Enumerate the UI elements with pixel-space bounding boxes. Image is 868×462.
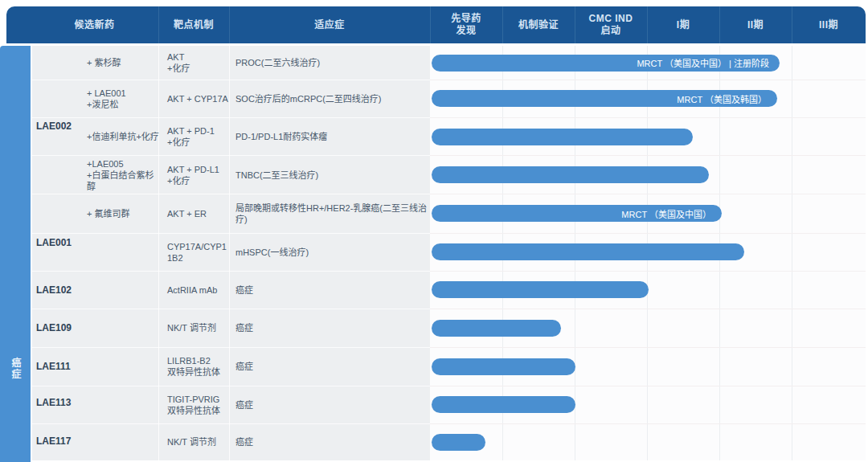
- program-label-lae109: LAE109: [36, 321, 86, 334]
- header-cell-validation: 机制验证: [502, 6, 575, 43]
- indication-cell: mHSPC(一线治疗): [235, 233, 428, 271]
- header-cell-phase3: III期: [792, 6, 866, 43]
- program-label-lae002: LAE002: [36, 120, 86, 133]
- progress-bar: MRCT （美国及中国）: [432, 205, 722, 222]
- target-cell: LILRB1-B2 双特异性抗体: [167, 347, 228, 386]
- bar-band: [432, 155, 866, 194]
- progress-bar: [432, 434, 485, 451]
- header-divider: [158, 6, 159, 43]
- bar-band: [432, 117, 866, 156]
- progress-bar: [432, 320, 561, 337]
- header-cell-target: 靶点机制: [158, 6, 229, 43]
- target-cell: AKT + PD-L1 +化疗: [167, 155, 228, 194]
- indication-cell: 癌症: [235, 271, 428, 309]
- bar-band: [432, 271, 866, 309]
- target-cell: AKT + CYP17A: [167, 80, 228, 117]
- bar-band: MRCT （美国及中国） | 注册阶段: [432, 46, 866, 80]
- header-divider: [719, 6, 720, 43]
- header-cell-lead-discovery: 先导药 发现: [430, 6, 502, 43]
- indication-cell: 癌症: [235, 386, 428, 423]
- bar-label: MRCT （美国及韩国）: [677, 92, 767, 105]
- program-label-lae111: LAE111: [36, 360, 86, 373]
- bar-band: [432, 233, 866, 271]
- bar-label: MRCT （美国及中国）: [621, 207, 711, 220]
- progress-bar: [432, 243, 744, 260]
- bar-band: MRCT （美国及中国）: [432, 194, 866, 233]
- indication-cell: SOC治疗后的mCRPC(二至四线治疗): [235, 80, 428, 117]
- target-cell: NK/T 调节剂: [167, 309, 228, 347]
- header-cell-phase2: II期: [719, 6, 792, 43]
- target-cell: AKT +化疗: [167, 46, 228, 80]
- progress-bar: [432, 396, 575, 413]
- header-cell-cmc-ind: CMC IND 启动: [575, 6, 647, 43]
- indication-cell: 癌症: [235, 347, 428, 386]
- target-cell: AKT + ER: [167, 194, 228, 233]
- header-divider: [792, 6, 792, 43]
- combo-cell: + 紫杉醇: [87, 46, 161, 80]
- header-divider: [647, 6, 648, 43]
- header-divider: [229, 6, 230, 43]
- program-label-lae117: LAE117: [36, 435, 86, 448]
- bar-band: [432, 386, 866, 423]
- progress-bar: MRCT （美国及韩国）: [432, 90, 777, 107]
- progress-bar: [432, 129, 693, 145]
- progress-bar: [432, 281, 649, 298]
- category-sidebar: 癌症: [0, 46, 31, 462]
- bar-band: [432, 309, 866, 347]
- target-cell: AKT + PD-1 +化疗: [167, 117, 228, 156]
- target-cell: NK/T 调节剂: [167, 423, 228, 460]
- indication-cell: PD-1/PD-L1耐药实体瘤: [235, 117, 428, 156]
- program-label-lae113: LAE113: [36, 396, 86, 409]
- column-divider: [229, 46, 230, 460]
- indication-cell: 局部晚期或转移性HR+/HER2-乳腺癌(二至三线治疗): [235, 194, 428, 233]
- header-divider: [502, 6, 503, 43]
- header-divider: [430, 6, 431, 43]
- bar-band: [432, 423, 866, 460]
- indication-cell: 癌症: [235, 423, 428, 460]
- program-label-lae102: LAE102: [36, 284, 86, 296]
- program-label-lae001: LAE001: [36, 236, 86, 249]
- combo-cell: + 氟维司群: [87, 194, 161, 233]
- indication-cell: PROC(二至六线治疗): [235, 46, 428, 80]
- table-header: 候选新药 靶点机制 适应症 先导药 发现 机制验证 CMC IND 启动 I期 …: [6, 6, 866, 43]
- header-divider: [575, 6, 575, 43]
- target-cell: CYP17A/CYP11B2: [167, 233, 228, 271]
- target-cell: TIGIT-PVRIG 双特异性抗体: [167, 386, 228, 423]
- header-cell-indication: 适应症: [229, 6, 430, 43]
- category-label: 癌症: [10, 358, 21, 380]
- progress-bar: [432, 166, 709, 183]
- bar-label: MRCT （美国及中国） | 注册阶段: [637, 56, 769, 69]
- combo-cell: + LAE001 +泼尼松: [87, 80, 161, 117]
- header-cell-candidate: 候选新药: [31, 6, 158, 43]
- target-cell: ActRIIA mAb: [167, 271, 228, 309]
- indication-cell: 癌症: [235, 309, 428, 347]
- combo-cell: +信迪利单抗+化疗: [87, 117, 161, 156]
- indication-cell: TNBC(二至三线治疗): [235, 155, 428, 194]
- bar-band: MRCT （美国及韩国）: [432, 80, 866, 117]
- progress-bar: MRCT （美国及中国） | 注册阶段: [432, 55, 780, 72]
- clinical-pipeline-chart: 候选新药 靶点机制 适应症 先导药 发现 机制验证 CMC IND 启动 I期 …: [0, 0, 868, 462]
- combo-cell: +LAE005 +白蛋白结合紫杉醇: [87, 155, 161, 194]
- bar-band: [432, 347, 866, 386]
- progress-bar: [432, 358, 575, 375]
- header-cell-phase1: I期: [647, 6, 719, 43]
